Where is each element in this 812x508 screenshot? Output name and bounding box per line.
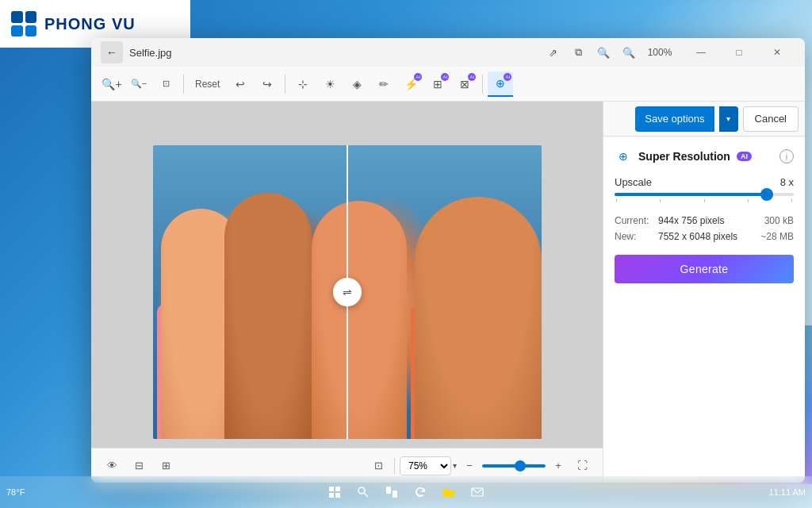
zoom-out-toolbar-button[interactable]: 🔍− (126, 71, 151, 97)
person-4 (415, 197, 542, 439)
draw-button[interactable]: ✏ (371, 71, 396, 97)
undo-button[interactable]: ↩ (228, 71, 253, 97)
info-icon[interactable]: i (779, 149, 794, 164)
back-icon: ← (106, 46, 117, 59)
cancel-button[interactable]: Cancel (743, 106, 799, 132)
upscale-fill (615, 193, 771, 196)
app-window: ← Selfie.jpg ⇗ ⧉ 🔍 🔍 100% — □ ✕ 🔍+ 🔍− (91, 38, 805, 483)
adjust-icon: ☀ (325, 78, 335, 90)
pv-dot-3 (11, 25, 23, 37)
grid-button[interactable]: ⊞ (155, 455, 177, 477)
zoom-section: ⊡ 75% 50% 100% 125% 150% ▾ − (367, 455, 593, 477)
object-button[interactable]: ⊞ AI (425, 71, 450, 97)
zoom-in-icon: 🔍+ (102, 78, 121, 90)
tick-2 (660, 199, 661, 202)
fullscreen-button[interactable]: ⛶ (571, 455, 593, 477)
svg-point-4 (358, 487, 365, 494)
show-original-button[interactable]: 👁 (101, 455, 123, 477)
crop-button[interactable]: ⊹ (290, 71, 316, 97)
zoom-slider[interactable] (482, 464, 546, 468)
maximize-button[interactable]: □ (721, 41, 757, 64)
fit-canvas-button[interactable]: ⊡ (367, 455, 389, 477)
current-size-row: Current: 944x 756 pixels 300 kB (615, 215, 794, 226)
image-container: ⇌ (153, 145, 542, 439)
desktop: PHONG VU ← Selfie.jpg ⇗ ⧉ 🔍 🔍 100% — □ ✕ (0, 0, 812, 508)
taskbar-start-icon[interactable] (322, 479, 347, 505)
fullscreen-icon: ⛶ (577, 460, 588, 471)
ai-badge-2: AI (441, 73, 449, 81)
dropdown-chevron[interactable]: ▾ (453, 461, 457, 470)
minimize-button[interactable]: — (683, 41, 719, 64)
zoom-out-canvas-icon: − (466, 460, 473, 471)
taskbar-edge-icon[interactable] (408, 479, 433, 505)
ai-badge-1: AI (414, 73, 422, 81)
person-2 (224, 193, 312, 439)
panel-header: Save options ▾ Cancel (603, 102, 805, 137)
toolbar-separator-1 (183, 75, 184, 94)
upscale-label: Upscale (615, 176, 780, 188)
super-resolution-panel-icon: ⊕ (615, 148, 632, 165)
tick-1 (616, 199, 617, 202)
super-resolution-button[interactable]: ⊕ AI (488, 71, 513, 97)
redo-button[interactable]: ↪ (255, 71, 280, 97)
pv-dot-2 (25, 11, 37, 23)
pv-logo-icon (11, 11, 36, 37)
eye-icon: 👁 (107, 460, 117, 471)
section-title-row: ⊕ Super Resolution AI i (615, 148, 794, 165)
zoom-dropdown[interactable]: 75% 50% 100% 125% 150% (400, 456, 451, 475)
save-options-chevron-button[interactable]: ▾ (719, 106, 738, 132)
compare-button[interactable]: ⊟ (128, 455, 150, 477)
fit-icon: ⊡ (163, 79, 170, 89)
reset-button[interactable]: Reset (189, 73, 226, 95)
tick-3 (704, 199, 705, 202)
canvas-area: ⇌ 👁 ⊟ ⊞ ⊡ (91, 102, 603, 483)
external-link-icon[interactable]: ⇗ (542, 41, 564, 64)
filter-button[interactable]: ◈ (344, 71, 370, 97)
zoom-in-canvas-icon: + (555, 460, 561, 471)
zoom-in-canvas-button[interactable]: + (547, 455, 569, 477)
crop-icon: ⊹ (298, 78, 308, 90)
zoom-out-canvas-button[interactable]: − (458, 455, 481, 477)
person-3 (312, 201, 407, 439)
zoom-in-toolbar-button[interactable]: 🔍+ (99, 71, 124, 97)
filter-icon: ◈ (353, 78, 362, 90)
upscale-thumb[interactable] (760, 188, 773, 201)
new-size-value: 7552 x 6048 pixels (658, 231, 760, 242)
editing-toolbar: 🔍+ 🔍− ⊡ Reset ↩ ↪ ⊹ ☀ ◈ (91, 67, 805, 102)
right-panel: Save options ▾ Cancel ⊕ Super Resolution… (603, 102, 805, 483)
svg-rect-1 (335, 487, 340, 491)
enhance-button[interactable]: ⊠ AI (452, 71, 477, 97)
adjust-button[interactable]: ☀ (317, 71, 343, 97)
svg-rect-3 (335, 493, 340, 498)
current-kb-value: 300 kB (764, 215, 794, 226)
duplicate-icon[interactable]: ⧉ (567, 41, 589, 64)
zoom-out-title-icon[interactable]: 🔍 (592, 41, 615, 64)
zoom-thumb[interactable] (515, 460, 526, 471)
ai-badge-3: AI (468, 73, 476, 81)
toolbar-separator-3 (482, 75, 483, 94)
generate-button[interactable]: Generate (615, 255, 794, 283)
tick-5 (791, 199, 792, 202)
close-button[interactable]: ✕ (759, 41, 795, 64)
ai-badge-4: AI (504, 73, 511, 81)
undo-icon: ↩ (236, 78, 245, 90)
taskbar-right: 11:11 AM (769, 487, 806, 498)
upscale-track[interactable] (615, 193, 794, 196)
section-title-text: Super Resolution (638, 150, 730, 163)
taskbar-search-icon[interactable] (350, 479, 376, 505)
fit-view-button[interactable]: ⊡ (153, 71, 178, 97)
save-options-button[interactable]: Save options (635, 106, 714, 132)
taskbar-task-view-icon[interactable] (379, 479, 404, 505)
taskbar-mail-icon[interactable] (465, 479, 490, 505)
section-ai-badge: AI (737, 152, 752, 161)
svg-rect-7 (393, 491, 397, 498)
ai-tools-button[interactable]: ⚡ AI (398, 71, 423, 97)
tick-4 (748, 199, 749, 202)
zoom-in-title-icon[interactable]: 🔍 (618, 41, 640, 64)
back-button[interactable]: ← (101, 41, 123, 64)
upscale-row: Upscale 8 x (615, 176, 794, 188)
split-handle[interactable]: ⇌ (333, 278, 362, 306)
current-label: Current: (615, 215, 658, 226)
draw-icon: ✏ (379, 78, 389, 90)
taskbar-file-explorer-icon[interactable] (436, 479, 462, 505)
